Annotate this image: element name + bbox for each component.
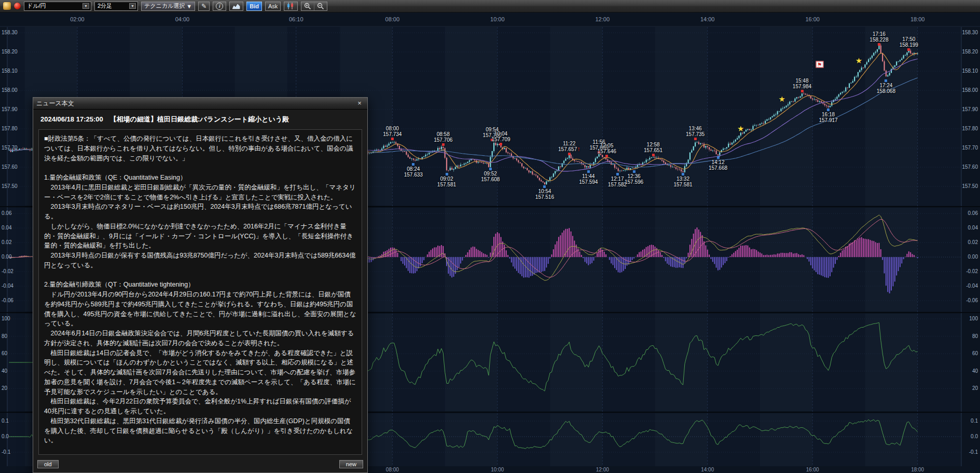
news-headline: 2024/06/18 17:25:00 【相場の細道】植田日銀総裁:バランスシー… [33, 110, 367, 128]
pencil-icon: ✎ [201, 3, 206, 9]
zoom-out-button[interactable] [314, 2, 327, 10]
news-window-title: ニュース本文 [36, 99, 74, 108]
pair-selector[interactable]: ドル/円 ▼ [24, 2, 91, 11]
info-icon: i [216, 3, 223, 10]
close-icon[interactable]: × [355, 99, 364, 107]
chevron-down-icon: ▼ [186, 3, 192, 9]
new-button[interactable]: new [339, 460, 363, 468]
info-button[interactable]: i [213, 2, 226, 11]
trading-app: 02:0004:0006:1008:0010:0012:0014:0016:00… [0, 0, 980, 473]
zoom-out-icon [317, 3, 324, 10]
news-window: ニュース本文 × 2024/06/18 17:25:00 【相場の細道】植田日銀… [33, 97, 368, 473]
timeframe-selector[interactable]: 2分足 ▼ [94, 2, 138, 11]
ask-button[interactable]: Ask [265, 2, 281, 11]
draw-button[interactable]: ✎ [198, 2, 210, 11]
old-button[interactable]: old [37, 460, 59, 468]
news-body-text[interactable]: ■財政法第5条：「すべて、公債の発行については、日本銀行にこれを引き受けさせ、又… [38, 129, 362, 455]
news-titlebar[interactable]: ニュース本文 × [33, 98, 367, 110]
bid-button[interactable]: Bid [246, 2, 262, 11]
zoom-in-icon [304, 3, 311, 10]
zoom-in-button[interactable] [301, 2, 314, 10]
timeframe-selector-label: 2分足 [98, 2, 112, 10]
toolbar: ドル/円 ▼ 2分足 ▼ テクニカル選択 ▼ ✎ i Bid Ask [0, 0, 980, 12]
news-footer: old new [33, 458, 367, 472]
area-chart-icon [232, 3, 240, 9]
technical-select-label: テクニカル選択 [144, 2, 185, 10]
chevron-down-icon: ▼ [82, 3, 89, 9]
area-chart-button[interactable] [229, 2, 243, 11]
candle-chart-button[interactable] [284, 2, 298, 11]
red-circle-icon [14, 3, 21, 9]
chevron-down-icon: ▼ [129, 3, 136, 9]
candle-chart-icon [287, 3, 295, 9]
technical-select-button[interactable]: テクニカル選択 ▼ [141, 2, 195, 11]
app-logo-icon [3, 2, 11, 10]
pair-selector-label: ドル/円 [27, 2, 46, 10]
zoom-group [301, 2, 327, 11]
